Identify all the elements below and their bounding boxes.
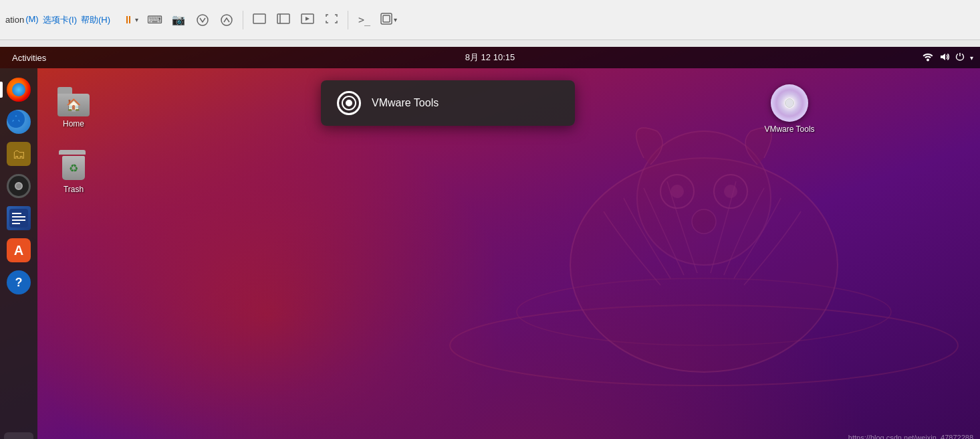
writer-icon — [7, 206, 31, 230]
menu-help[interactable]: 帮助(H) — [81, 14, 110, 26]
menu-tab[interactable]: 选项卡(I) — [43, 14, 77, 26]
toolbar-strip — [0, 40, 980, 47]
desktop-icon-home[interactable]: 🏠 Home — [47, 80, 100, 133]
settings-button[interactable]: ▾ — [378, 9, 399, 31]
svg-rect-20 — [9, 209, 28, 228]
desktop-mascot — [437, 78, 971, 439]
vmware-tools-notification: VMware Tools — [321, 80, 575, 126]
settings-icon — [380, 13, 392, 27]
svg-rect-7 — [383, 15, 390, 22]
svg-rect-23 — [12, 220, 25, 221]
toolbar-left: ation (M) 选项卡(I) 帮助(H) — [5, 14, 117, 26]
fit-guest-button[interactable] — [249, 9, 270, 31]
home-icon-label: Home — [63, 119, 84, 128]
vm-screen: Activities 8月 12 10:15 — [0, 47, 980, 439]
rhythmbox-icon — [7, 174, 31, 198]
activities-button[interactable]: Activities — [7, 52, 51, 64]
vmware-toolbar: ation (M) 选项卡(I) 帮助(H) ⏸ ▾ ⌨ 📷 — [0, 0, 980, 40]
datetime-display: 8月 12 10:15 — [465, 52, 515, 64]
watermark-url: https://blog.csdn.net/weixin_47872288 — [848, 434, 973, 439]
tray-dropdown-arrow[interactable]: ▾ — [970, 54, 973, 62]
dock: 🗂 A ? — [0, 68, 37, 439]
resume-icon — [220, 13, 233, 27]
home-folder-icon: 🏠 — [57, 84, 90, 116]
autofit-icon — [301, 13, 314, 27]
url-watermark: https://blog.csdn.net/weixin_47872288 — [848, 434, 973, 439]
power-icon[interactable] — [955, 52, 965, 64]
suspend-icon — [196, 13, 209, 27]
pause-icon: ⏸ — [123, 14, 134, 26]
files-icon: 🗂 — [7, 142, 31, 166]
help-icon: ? — [7, 270, 31, 294]
svg-point-15 — [724, 185, 737, 198]
pause-dropdown-arrow: ▾ — [135, 16, 138, 23]
dock-item-appcenter[interactable]: A — [4, 236, 33, 265]
svg-point-16 — [692, 209, 716, 234]
dock-item-help[interactable]: ? — [4, 268, 33, 297]
dock-item-thunderbird[interactable] — [4, 107, 33, 137]
trash-icon: ♻ — [57, 150, 90, 182]
svg-rect-21 — [12, 213, 21, 214]
vmware-tools-label: VMware Tools — [764, 124, 814, 134]
datetime-text: 8月 12 10:15 — [465, 52, 515, 62]
console-icon: >_ — [358, 14, 370, 26]
network-icon[interactable] — [922, 52, 934, 64]
notification-icon — [337, 91, 361, 115]
suspend-button[interactable] — [192, 9, 213, 31]
dock-item-rhythmbox[interactable] — [4, 171, 33, 201]
pause-button[interactable]: ⏸ ▾ — [120, 9, 141, 31]
resume-button[interactable] — [216, 9, 237, 31]
dvd-icon — [771, 84, 808, 122]
autofit-button[interactable] — [297, 9, 318, 31]
settings-dropdown-arrow: ▾ — [394, 16, 397, 23]
svg-rect-24 — [12, 223, 20, 224]
toolbar-sep-1 — [243, 11, 243, 29]
svg-rect-22 — [12, 216, 25, 217]
fit-window-icon — [277, 13, 290, 27]
fullscreen-icon — [325, 13, 338, 27]
toolbar-title: ation — [5, 15, 24, 25]
svg-point-17 — [927, 58, 929, 61]
thunderbird-icon — [7, 110, 31, 134]
svg-point-26 — [346, 100, 352, 106]
send-ctrl-alt-del-button[interactable]: ⌨ — [144, 9, 165, 31]
fit-icon — [253, 13, 266, 27]
menu-bar: (M) 选项卡(I) 帮助(H) — [25, 14, 110, 26]
dock-item-writer[interactable] — [4, 203, 33, 233]
desktop-icon-trash[interactable]: ♻ Trash — [47, 146, 100, 198]
top-panel: Activities 8月 12 10:15 — [0, 47, 980, 68]
volume-icon[interactable] — [939, 52, 950, 64]
svg-point-14 — [670, 185, 684, 198]
svg-point-1 — [221, 15, 232, 25]
dock-item-files[interactable]: 🗂 — [4, 139, 33, 169]
dock-item-firefox[interactable] — [4, 75, 33, 104]
toolbar-sep-2 — [348, 11, 348, 29]
keyboard-icon: ⌨ — [147, 13, 162, 26]
snapshot-button[interactable]: 📷 — [168, 9, 189, 31]
trash-icon-label: Trash — [64, 185, 84, 194]
svg-rect-3 — [277, 14, 289, 23]
firefox-icon — [7, 78, 31, 102]
vmware-tools-desktop-icon[interactable]: VMware Tools — [759, 80, 820, 138]
desktop-icons: 🏠 Home ♻ Trash — [47, 80, 100, 198]
appcenter-icon: A — [7, 238, 31, 262]
fit-window-button[interactable] — [273, 9, 294, 31]
fullscreen-button[interactable] — [321, 9, 342, 31]
svg-point-19 — [13, 116, 19, 122]
dock-bottom-item — [4, 432, 33, 439]
console-button[interactable]: >_ — [354, 9, 375, 31]
svg-rect-2 — [253, 14, 265, 23]
svg-point-0 — [197, 15, 208, 25]
system-tray: ▾ — [922, 52, 973, 64]
notification-title: VMware Tools — [372, 97, 439, 109]
camera-icon: 📷 — [172, 13, 185, 26]
activities-label: Activities — [12, 53, 46, 63]
menu-m[interactable]: (M) — [25, 14, 39, 26]
